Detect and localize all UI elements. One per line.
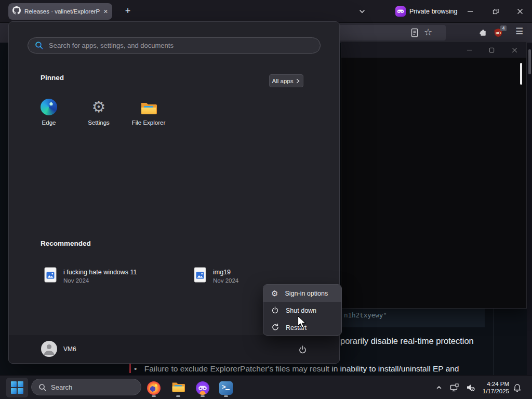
user-name: VM6 xyxy=(63,345,76,353)
all-apps-button[interactable]: All apps xyxy=(269,74,303,87)
menu-item-label: Shut down xyxy=(286,307,316,314)
window-minimize-button[interactable] xyxy=(462,6,478,17)
inner-maximize-button[interactable] xyxy=(484,44,499,56)
folder-icon xyxy=(124,98,174,115)
page-column-border xyxy=(494,305,494,375)
firefox-private-icon xyxy=(196,381,209,395)
reader-mode-icon[interactable] xyxy=(410,28,419,39)
code-fragment: n1h2txyewy" xyxy=(344,311,387,319)
taskbar-search-input[interactable] xyxy=(51,379,134,395)
powershell-icon: > xyxy=(219,381,233,395)
bullet-text: Failure to exclude ExplorerPatcher's fil… xyxy=(144,364,459,373)
pinned-header: Pinned xyxy=(41,74,64,82)
background-app-window xyxy=(341,42,527,309)
notification-bell-icon[interactable] xyxy=(510,380,524,395)
new-tab-button[interactable]: + xyxy=(122,5,134,18)
github-icon xyxy=(12,6,21,17)
start-search-input[interactable] xyxy=(49,38,309,53)
page-text-fragment: porarily disable real-time protection xyxy=(340,336,474,346)
bookmark-star-icon[interactable]: ☆ xyxy=(424,26,432,38)
private-browsing-label: Private browsing xyxy=(409,8,457,15)
power-icon xyxy=(271,306,279,315)
window-restore-button[interactable] xyxy=(488,6,503,17)
image-file-icon xyxy=(44,267,57,285)
pinned-app-settings[interactable]: ⚙ Settings xyxy=(74,98,124,126)
taskbar-app-file-explorer[interactable] xyxy=(167,378,190,398)
taskbar-app-firefox[interactable] xyxy=(142,378,165,398)
taskbar-app-powershell[interactable]: > xyxy=(215,378,237,398)
gear-icon: ⚙ xyxy=(271,289,278,297)
ublock-badge: 4 xyxy=(500,25,507,31)
inner-minimize-button[interactable] xyxy=(461,44,477,56)
power-button[interactable] xyxy=(294,341,311,357)
mouse-cursor xyxy=(297,315,307,331)
tray-date: 1/17/2025 xyxy=(477,388,509,395)
pinned-app-label: File Explorer xyxy=(124,119,174,126)
window-close-button[interactable] xyxy=(512,6,528,17)
recommended-header: Recommended xyxy=(41,240,91,247)
browser-tab-bar: Releases · valinet/ExplorerPatch ✕ + Pri… xyxy=(0,0,532,23)
pinned-app-label: Settings xyxy=(74,119,124,126)
taskbar-search-box[interactable] xyxy=(31,379,141,395)
running-indicator xyxy=(176,395,180,397)
menu-item-sign-in-options[interactable]: ⚙ Sign-in options xyxy=(263,285,341,302)
svg-text:uO: uO xyxy=(496,31,501,35)
code-block: n1h2txyewy" xyxy=(340,308,485,327)
pinned-app-file-explorer[interactable]: File Explorer xyxy=(124,98,174,126)
tab-close-icon[interactable]: ✕ xyxy=(103,8,108,15)
ublock-icon[interactable]: uO 4 xyxy=(494,28,503,39)
recommended-item-date: Nov 2024 xyxy=(63,277,137,284)
pinned-app-edge[interactable]: Edge xyxy=(24,98,74,126)
recommended-item[interactable]: i fucking hate windows 11 Nov 2024 xyxy=(40,261,189,290)
tab-title: Releases · valinet/ExplorerPatch xyxy=(24,8,100,15)
user-avatar[interactable] xyxy=(41,341,57,357)
tray-volume-muted-icon[interactable] xyxy=(463,380,477,395)
inner-scrollbar-thumb[interactable] xyxy=(520,63,522,85)
pinned-app-label: Edge xyxy=(24,119,74,126)
browser-scrollbar-thumb[interactable] xyxy=(528,49,531,74)
restart-icon xyxy=(271,323,279,332)
tray-network-icon[interactable] xyxy=(448,380,461,395)
folder-icon xyxy=(171,381,185,395)
running-indicator xyxy=(224,395,228,397)
image-file-icon xyxy=(194,267,206,285)
start-menu-user-bar: VM6 xyxy=(9,335,339,363)
tab-list-chevron-icon[interactable] xyxy=(358,7,366,18)
search-icon xyxy=(38,383,47,392)
extensions-puzzle-icon[interactable] xyxy=(478,28,487,39)
taskbar: > 4:24 PM 1/17/2025 xyxy=(0,375,532,399)
browser-scrollbar-track[interactable] xyxy=(527,43,532,375)
recommended-item-title: i fucking hate windows 11 xyxy=(63,269,137,276)
recommended-item-date: Nov 2024 xyxy=(213,277,238,284)
tray-chevron-up-icon[interactable] xyxy=(432,380,446,395)
tray-time: 4:24 PM xyxy=(477,380,509,388)
recommended-item-title: img19 xyxy=(213,269,238,276)
inner-close-button[interactable] xyxy=(507,44,522,56)
tray-clock[interactable]: 4:24 PM 1/17/2025 xyxy=(477,380,509,395)
bullet-glyph: • xyxy=(134,364,137,373)
page-bullet-line: • Failure to exclude ExplorerPatcher's f… xyxy=(134,364,459,374)
running-indicator xyxy=(152,395,156,397)
windows-logo-icon xyxy=(11,381,23,394)
all-apps-label: All apps xyxy=(272,78,294,84)
settings-gear-icon: ⚙ xyxy=(92,99,106,115)
browser-tab[interactable]: Releases · valinet/ExplorerPatch ✕ xyxy=(8,3,112,20)
taskbar-app-firefox-private[interactable] xyxy=(191,378,214,398)
inner-window-titlebar xyxy=(341,42,526,58)
edge-icon xyxy=(41,99,57,115)
firefox-icon xyxy=(147,381,161,395)
private-browsing-icon xyxy=(395,6,406,17)
running-indicator xyxy=(201,395,205,397)
chevron-right-icon xyxy=(296,78,300,84)
start-search-box[interactable] xyxy=(28,37,321,54)
search-icon xyxy=(35,41,44,52)
menu-hamburger-icon[interactable]: ☰ xyxy=(515,26,523,37)
menu-item-label: Sign-in options xyxy=(285,290,328,297)
start-button[interactable] xyxy=(6,378,28,397)
